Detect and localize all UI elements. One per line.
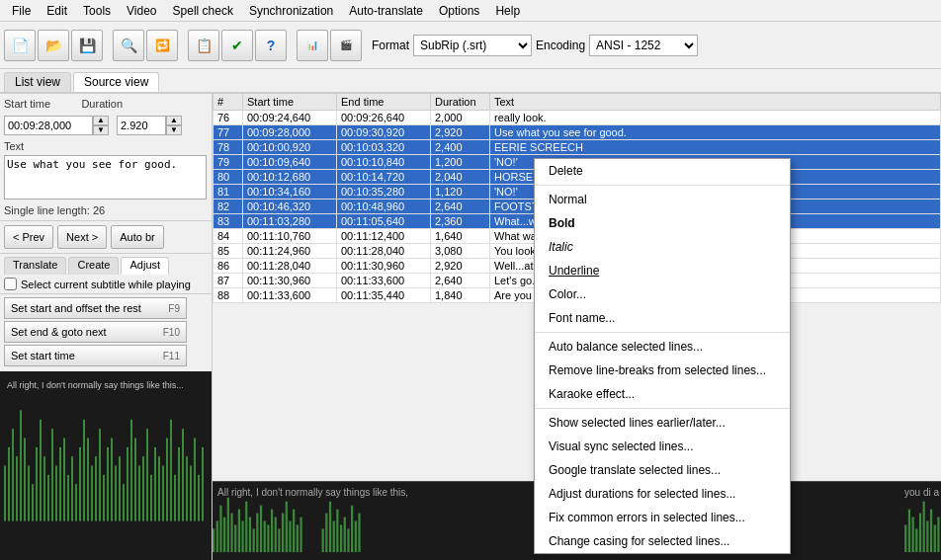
checkbox-label[interactable]: Select current subtitle while playing (4, 278, 208, 290)
svg-rect-23 (91, 466, 93, 521)
svg-rect-86 (351, 506, 353, 552)
col-end: End time (337, 94, 431, 111)
ctx-item-visual-sync-selected-lines---[interactable]: Visual sync selected lines... (535, 435, 790, 458)
toolbar-find[interactable]: 🔍 (113, 30, 144, 61)
svg-rect-106 (919, 514, 921, 553)
btab-translate[interactable]: Translate (4, 257, 66, 275)
table-row[interactable]: 7600:09:24,64000:09:26,6402,000really lo… (214, 111, 941, 125)
cell-dur: 1,120 (431, 185, 490, 200)
start-time-up[interactable]: ▲ (93, 116, 109, 125)
cell-start: 00:10:46,320 (243, 200, 337, 214)
svg-rect-76 (297, 524, 299, 552)
svg-rect-87 (355, 521, 357, 553)
col-dur: Duration (431, 94, 490, 111)
toolbar-save[interactable]: 💾 (71, 30, 103, 61)
cell-dur: 1,200 (431, 155, 490, 170)
svg-rect-49 (194, 438, 196, 520)
cell-start: 00:09:28,000 (243, 125, 337, 140)
ctx-item-auto-balance-selected-lines---[interactable]: Auto balance selected lines... (535, 335, 790, 359)
auto-br-button[interactable]: Auto br (111, 225, 163, 249)
waveform-subtitle-text: All right, I don't normally say things l… (7, 380, 184, 390)
set-start-time-button[interactable]: Set start time F11 (4, 345, 187, 366)
ctx-item-color---[interactable]: Color... (535, 282, 790, 306)
cell-num: 76 (214, 111, 243, 125)
svg-rect-85 (347, 528, 349, 552)
svg-rect-88 (358, 514, 360, 553)
menu-video[interactable]: Video (119, 2, 164, 20)
toolbar-replace[interactable]: 🔁 (146, 30, 178, 61)
toolbar-check[interactable]: ✔ (221, 30, 253, 61)
tab-list-view[interactable]: List view (4, 72, 71, 92)
text-input[interactable]: Use what you see for good. (4, 155, 207, 200)
duration-up[interactable]: ▲ (166, 116, 182, 125)
set-end-goto-next-button[interactable]: Set end & goto next F10 (4, 321, 187, 343)
svg-rect-2 (8, 447, 10, 521)
waveform-svg: All right, I don't normally say things l… (2, 373, 210, 558)
cell-start: 00:10:34,160 (243, 185, 337, 200)
duration-input[interactable]: 2.920 (117, 116, 166, 135)
svg-rect-17 (67, 475, 69, 521)
ctx-item-google-translate-selected-line[interactable]: Google translate selected lines... (535, 458, 790, 482)
svg-rect-34 (134, 438, 136, 520)
svg-rect-111 (937, 518, 939, 553)
menu-autotranslate[interactable]: Auto-translate (341, 2, 431, 20)
svg-rect-9 (36, 447, 38, 521)
svg-rect-44 (174, 475, 176, 521)
menu-spellcheck[interactable]: Spell check (165, 2, 241, 20)
ctx-item-underline[interactable]: Underline (535, 259, 790, 282)
prev-button[interactable]: < Prev (4, 225, 53, 249)
svg-rect-107 (923, 502, 925, 552)
menu-help[interactable]: Help (487, 2, 528, 20)
menu-file[interactable]: File (4, 2, 39, 20)
encoding-select[interactable]: ANSI - 1252 (589, 35, 698, 56)
svg-rect-33 (130, 420, 132, 521)
ctx-item-bold[interactable]: Bold (535, 211, 790, 235)
cell-end: 00:11:12,400 (337, 229, 431, 244)
toolbar-video[interactable]: 🎬 (330, 30, 362, 61)
start-time-input[interactable]: 00:09:28,000 (4, 116, 93, 135)
format-select[interactable]: SubRip (.srt) (413, 35, 532, 56)
cell-end: 00:10:03,320 (337, 140, 431, 155)
next-button[interactable]: Next > (57, 225, 107, 249)
subtitle-checkbox[interactable] (4, 278, 17, 290)
start-time-down[interactable]: ▼ (93, 125, 109, 135)
toolbar-waveform[interactable]: 📊 (297, 30, 328, 61)
table-row[interactable]: 7700:09:28,00000:09:30,9202,920Use what … (214, 125, 941, 140)
toolbar-open[interactable]: 📂 (38, 30, 69, 61)
ctx-item-fix-common-errors-in-selected-[interactable]: Fix common errors in selected lines... (535, 506, 790, 529)
context-menu-separator (535, 408, 790, 409)
duration-label: Duration (81, 98, 123, 110)
cell-num: 87 (214, 274, 243, 288)
ctx-item-normal[interactable]: Normal (535, 188, 790, 211)
menu-edit[interactable]: Edit (39, 2, 75, 20)
menu-options[interactable]: Options (431, 2, 487, 20)
ctx-item-font-name---[interactable]: Font name... (535, 306, 790, 330)
ctx-item-italic[interactable]: Italic (535, 235, 790, 259)
ctx-item-remove-line-breaks-from-select[interactable]: Remove line-breaks from selected lines..… (535, 359, 790, 382)
encoding-label: Encoding (536, 39, 585, 52)
cell-num: 88 (214, 288, 243, 303)
menu-synchronization[interactable]: Synchronization (241, 2, 341, 20)
ctx-item-show-selected-lines-earlier-la[interactable]: Show selected lines earlier/later... (535, 411, 790, 435)
duration-down[interactable]: ▼ (166, 125, 182, 135)
set-start-offset-button[interactable]: Set start and offset the rest F9 (4, 297, 187, 319)
toolbar-help[interactable]: ? (255, 30, 287, 61)
ctx-item-adjust-durations-for-selected-[interactable]: Adjust durations for selected lines... (535, 482, 790, 506)
svg-rect-20 (79, 447, 81, 521)
btab-adjust[interactable]: Adjust (121, 257, 169, 275)
table-row[interactable]: 7800:10:00,92000:10:03,3202,400EERIE SCR… (214, 140, 941, 155)
cell-start: 00:11:30,960 (243, 274, 337, 288)
ctx-item-delete[interactable]: Delete (535, 159, 790, 183)
ctx-item-change-casing-for-selected-lin[interactable]: Change casing for selected lines... (535, 529, 790, 553)
toolbar-history[interactable]: 📋 (188, 30, 219, 61)
text-label-row: Text (4, 139, 208, 153)
tab-source-view[interactable]: Source view (73, 72, 159, 92)
svg-rect-68 (267, 524, 269, 552)
ctx-item-karaoke-effect---[interactable]: Karaoke effect... (535, 382, 790, 406)
btab-create[interactable]: Create (68, 257, 119, 275)
svg-rect-71 (278, 528, 280, 552)
toolbar-new[interactable]: 📄 (4, 30, 36, 61)
menu-tools[interactable]: Tools (75, 2, 119, 20)
svg-rect-35 (138, 466, 140, 521)
svg-rect-103 (908, 510, 910, 552)
